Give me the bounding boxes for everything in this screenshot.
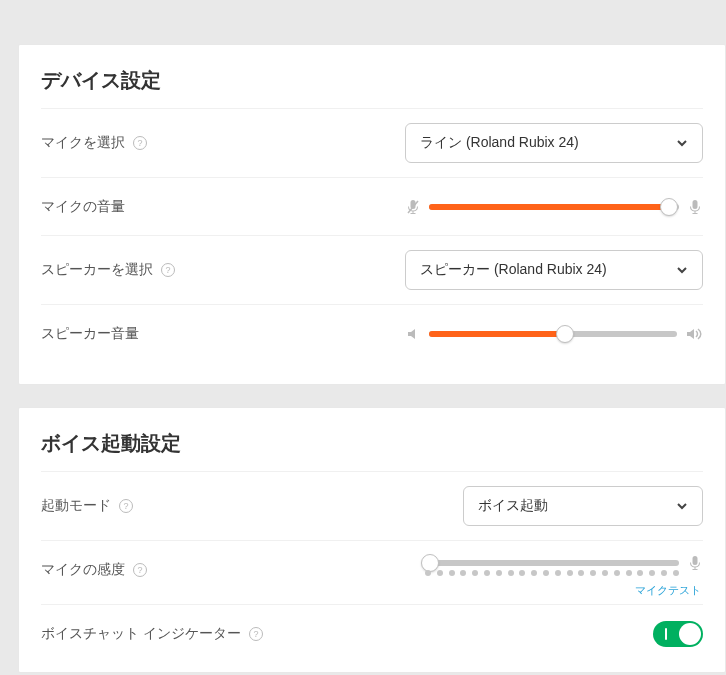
toggle-on-mark: [665, 628, 667, 640]
voice-activation-title: ボイス起動設定: [41, 408, 703, 471]
mic-volume-label-wrap: マイクの音量: [41, 198, 125, 216]
mic-select-label-wrap: マイクを選択 ?: [41, 134, 147, 152]
toggle-knob: [679, 623, 701, 645]
mic-sensitivity-slider-area: [425, 555, 703, 571]
slider-fill: [429, 331, 565, 337]
help-icon[interactable]: ?: [161, 263, 175, 277]
activation-mode-label: 起動モード: [41, 497, 111, 515]
mic-select-value: ライン (Roland Rubix 24): [420, 134, 579, 152]
speaker-select-label-wrap: スピーカーを選択 ?: [41, 261, 175, 279]
row-mic-volume: マイクの音量: [41, 177, 703, 235]
row-speaker-select: スピーカーを選択 ? スピーカー (Roland Rubix 24): [41, 235, 703, 304]
voice-indicator-label-wrap: ボイスチャット インジケーター ?: [41, 625, 263, 643]
speaker-volume-slider[interactable]: [429, 331, 677, 337]
speaker-select-value: スピーカー (Roland Rubix 24): [420, 261, 607, 279]
chevron-down-icon: [676, 137, 688, 149]
mic-sensitivity-label-wrap: マイクの感度 ?: [41, 555, 147, 579]
mic-select[interactable]: ライン (Roland Rubix 24): [405, 123, 703, 163]
mic-icon: [687, 199, 703, 215]
speaker-volume-label: スピーカー音量: [41, 325, 139, 343]
mic-sensitivity-slider[interactable]: [425, 560, 679, 566]
mic-mute-icon: [405, 199, 421, 215]
sensitivity-dots: [425, 570, 679, 576]
speaker-volume-slider-area: [405, 326, 703, 342]
device-settings-panel: デバイス設定 マイクを選択 ? ライン (Roland Rubix 24) マイ…: [18, 44, 726, 385]
mic-volume-slider-area: [405, 199, 703, 215]
speaker-select[interactable]: スピーカー (Roland Rubix 24): [405, 250, 703, 290]
volume-low-icon: [405, 326, 421, 342]
mic-volume-label: マイクの音量: [41, 198, 125, 216]
voice-activation-panel: ボイス起動設定 起動モード ? ボイス起動 マイクの感度 ?: [18, 407, 726, 673]
slider-fill: [429, 204, 669, 210]
row-mic-select: マイクを選択 ? ライン (Roland Rubix 24): [41, 108, 703, 177]
voice-indicator-toggle[interactable]: [653, 621, 703, 647]
activation-mode-value: ボイス起動: [478, 497, 548, 515]
speaker-select-label: スピーカーを選択: [41, 261, 153, 279]
voice-indicator-label: ボイスチャット インジケーター: [41, 625, 241, 643]
help-icon[interactable]: ?: [249, 627, 263, 641]
mic-test-link[interactable]: マイクテスト: [635, 583, 703, 598]
slider-thumb[interactable]: [660, 198, 678, 216]
help-icon[interactable]: ?: [133, 563, 147, 577]
chevron-down-icon: [676, 264, 688, 276]
speaker-volume-label-wrap: スピーカー音量: [41, 325, 139, 343]
mic-volume-slider[interactable]: [429, 204, 679, 210]
row-voice-indicator: ボイスチャット インジケーター ?: [41, 604, 703, 662]
row-mic-sensitivity: マイクの感度 ? マイクテスト: [41, 540, 703, 604]
row-speaker-volume: スピーカー音量: [41, 304, 703, 362]
activation-mode-select[interactable]: ボイス起動: [463, 486, 703, 526]
volume-high-icon: [685, 326, 703, 342]
activation-mode-label-wrap: 起動モード ?: [41, 497, 133, 515]
slider-thumb[interactable]: [556, 325, 574, 343]
chevron-down-icon: [676, 500, 688, 512]
mic-select-label: マイクを選択: [41, 134, 125, 152]
device-settings-title: デバイス設定: [41, 45, 703, 108]
mic-sensitivity-label: マイクの感度: [41, 561, 125, 579]
help-icon[interactable]: ?: [119, 499, 133, 513]
mic-icon: [687, 555, 703, 571]
help-icon[interactable]: ?: [133, 136, 147, 150]
row-activation-mode: 起動モード ? ボイス起動: [41, 471, 703, 540]
